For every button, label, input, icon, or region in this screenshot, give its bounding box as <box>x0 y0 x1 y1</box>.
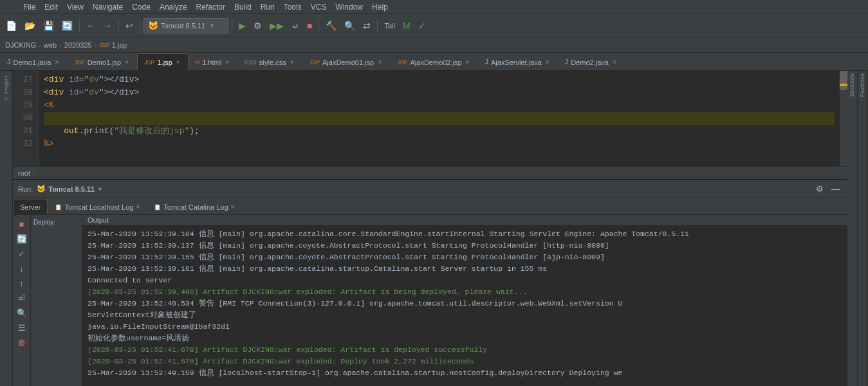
tab-close-1html[interactable]: × <box>224 59 230 66</box>
run-btn[interactable]: ▶ <box>235 19 249 33</box>
toolbar-sep-4 <box>232 19 232 32</box>
menu-run[interactable]: Run <box>257 1 279 13</box>
menu-view[interactable]: View <box>63 1 88 13</box>
breadcrumb-root[interactable]: root <box>18 169 30 177</box>
rerun-btn[interactable]: 🔄 <box>14 232 30 246</box>
menu-code[interactable]: Code <box>128 1 154 13</box>
run-tab-server[interactable]: Server <box>13 199 48 214</box>
project-tab-label[interactable]: 1: Project <box>2 73 11 103</box>
breadcrumb-folder[interactable]: 2020325 <box>64 41 92 49</box>
menu-analyze[interactable]: Analyze <box>156 1 191 13</box>
toolbar-save[interactable]: 💾 <box>40 19 57 33</box>
tomcat-config-dropdown[interactable]: 🐱 Tomcat 8.5.11 ▼ <box>143 18 228 33</box>
run-tomcat-arrow: ▼ <box>97 186 103 192</box>
step-over-btn[interactable]: ⤾ <box>288 19 302 33</box>
run-config-btn[interactable]: ⚙ <box>250 19 265 33</box>
tab-close-demo2[interactable]: × <box>611 59 618 66</box>
favorites-label[interactable]: Favorites <box>858 71 867 100</box>
tab-label-active: 1.jsp <box>158 59 172 66</box>
menu-build[interactable]: Build <box>230 1 255 13</box>
clear-btn[interactable]: 🗑 <box>14 336 30 349</box>
run-header-actions: ⚙ — <box>813 183 842 195</box>
soft-wrap-btn[interactable]: ⏎ <box>14 291 30 305</box>
run-minimize-btn[interactable]: — <box>829 183 842 195</box>
restart-server-btn[interactable]: ■ <box>14 217 30 231</box>
structure-panel: Structure <box>847 71 858 386</box>
diff-btn[interactable]: ⇄ <box>360 19 374 33</box>
build-btn[interactable]: 🔨 <box>322 19 340 33</box>
tab-close-demo1java[interactable]: × <box>53 59 60 66</box>
log-line-7: 25-Mar-2020 13:52:40.534 警告 [RMI TCP Con… <box>88 298 842 309</box>
deploy-label[interactable]: Deploy: <box>33 219 55 226</box>
menu-vcs[interactable]: VCS <box>307 1 331 13</box>
run-tomcat-config[interactable]: 🐱 Tomcat 8.5.11 ▼ <box>37 185 103 193</box>
line-num-27: 27 <box>18 73 33 86</box>
toolbar-sync[interactable]: 🔄 <box>59 19 76 33</box>
run-tab-localhost-log[interactable]: 📋 Tomcat Localhost Log × <box>48 199 147 214</box>
toolbar-sep-1 <box>79 19 80 32</box>
tab-demo1-java[interactable]: J Demo1.java × <box>0 53 67 70</box>
menu-window[interactable]: Window <box>331 1 367 13</box>
menu-help[interactable]: Help <box>368 1 392 13</box>
coverage-btn[interactable]: M <box>400 19 414 33</box>
stop-btn[interactable]: ■ <box>304 19 315 33</box>
output-area[interactable]: 25-Mar-2020 13:52:39.104 信息 [main] org.a… <box>82 226 847 386</box>
tab-ajaxdemo02[interactable]: JSP AjaxDemo02.jsp × <box>390 53 477 70</box>
menu-edit[interactable]: Edit <box>41 1 62 13</box>
breadcrumb-project[interactable]: DJCKING <box>5 41 36 49</box>
tab-label: 1.html <box>202 59 221 66</box>
menu-navigate[interactable]: Navigate <box>89 1 127 13</box>
breadcrumb-bar: DJCKING › web › 2020325 › JSP 1.jsp <box>0 37 868 53</box>
code-editor[interactable]: <div id="dv"></div> <div id="dv"></div> … <box>39 71 840 166</box>
filter-btn[interactable]: 🔍 <box>14 306 30 320</box>
tab-close-demo1jsp[interactable]: × <box>124 59 130 66</box>
run-tab-catalina-log[interactable]: 📋 Tomcat Catalina Log × <box>147 199 241 214</box>
settings-btn[interactable]: ☰ <box>14 321 30 335</box>
tab-close-ajax01[interactable]: × <box>376 59 383 66</box>
log-line-10: 初始化参数username=风清扬 <box>88 333 842 344</box>
log-line-8: ServletContext对象被创建了 <box>88 309 842 321</box>
tab-close-servlet[interactable]: × <box>544 59 551 66</box>
run-tab-catalina-close[interactable]: × <box>231 203 235 210</box>
toolbar: 📄 📂 💾 🔄 ← → ↩ 🐱 Tomcat 8.5.11 ▼ ▶ ⚙ ▶▶ ⤾… <box>0 14 868 37</box>
scroll-marker <box>840 84 847 86</box>
tab-style-css[interactable]: CSS style.css × <box>237 53 302 70</box>
resume-btn[interactable]: ▶▶ <box>266 19 287 33</box>
toolbar-undo[interactable]: ↩ <box>122 19 136 33</box>
toggle-auto-restart[interactable]: ✓ <box>14 247 30 261</box>
run-settings-btn[interactable]: ⚙ <box>813 183 826 195</box>
tab-close-ajax02[interactable]: × <box>465 59 471 66</box>
tab-1-jsp[interactable]: JSP 1.jsp × <box>137 53 189 70</box>
toolbar-forward[interactable]: → <box>100 19 115 33</box>
toolbar-open[interactable]: 📂 <box>21 19 39 33</box>
toolbar-back[interactable]: ← <box>83 19 98 33</box>
breadcrumb-file[interactable]: JSP 1.jsp <box>99 41 127 49</box>
menu-tools[interactable]: Tools <box>280 1 306 13</box>
editor-area: 27 28 29 30 31 32 <div id="dv"></div> <d… <box>13 71 847 166</box>
toolbar-new[interactable]: 📄 <box>3 19 20 33</box>
tab-demo2-java[interactable]: J Demo2.java × <box>558 53 625 70</box>
tab-label: AjaxDemo01.jsp <box>322 59 374 66</box>
jsp-icon-active: JSP <box>144 59 155 66</box>
tab-ajaxservlet[interactable]: J AjaxServlet.java × <box>477 53 557 70</box>
run-tab-localhost-close[interactable]: × <box>136 203 140 210</box>
toolbar-sep-2 <box>118 19 119 32</box>
check-btn[interactable]: ✓ <box>415 19 429 33</box>
tab-close-1jsp[interactable]: × <box>175 59 181 66</box>
breadcrumb-web[interactable]: web <box>44 41 57 49</box>
scroll-to-end-btn[interactable]: ↓ <box>14 262 30 275</box>
menu-file[interactable]: File <box>19 1 39 13</box>
tab-close-css[interactable]: × <box>289 59 295 66</box>
tab-ajaxdemo01[interactable]: JSP AjaxDemo01.jsp × <box>302 53 390 70</box>
code-line-28: <div id="dv"></div> <box>44 86 835 99</box>
editor-scrollbar[interactable] <box>840 71 847 166</box>
inspect-btn[interactable]: 🔍 <box>341 19 358 33</box>
tab-demo1-jsp[interactable]: JSP Demo1.jsp × <box>67 53 137 70</box>
jsp-icon-ajax01: JSP <box>309 59 320 66</box>
structure-label[interactable]: Structure <box>847 71 856 100</box>
scroll-up-btn[interactable]: ↑ <box>14 277 30 290</box>
tail-btn[interactable]: Tail <box>381 20 398 32</box>
tab-1-html[interactable]: H 1.html × <box>189 53 237 70</box>
breadcrumb-sep-1: › <box>39 41 41 49</box>
menu-refactor[interactable]: Refactor <box>192 1 229 13</box>
